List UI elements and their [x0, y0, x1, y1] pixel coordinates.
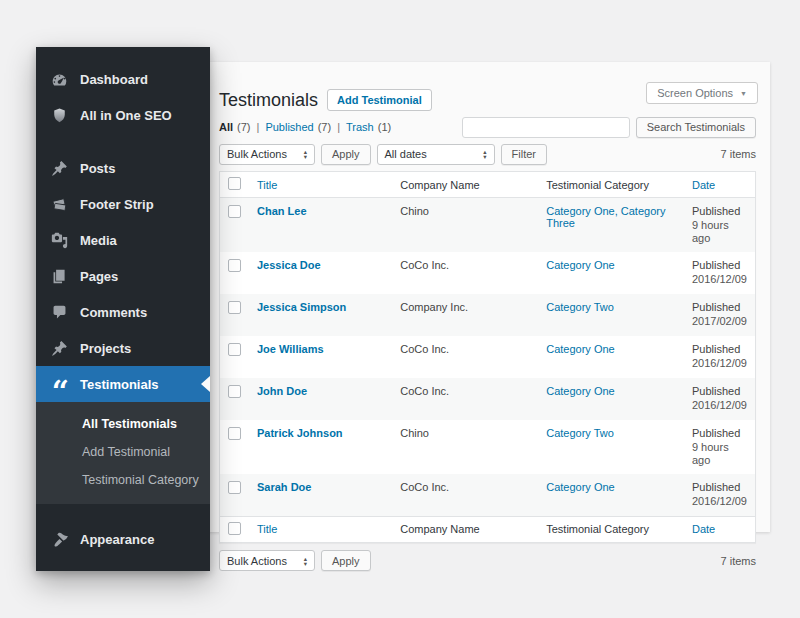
publish-status: Published — [692, 427, 747, 440]
filter-button[interactable]: Filter — [501, 144, 547, 165]
active-menu-arrow-icon — [201, 376, 210, 392]
select-all-checkbox[interactable] — [228, 177, 241, 190]
row-checkbox[interactable] — [228, 481, 241, 494]
table-row: John Doe CoCo Inc. Category One Publishe… — [220, 378, 756, 420]
column-header-date[interactable]: Date — [692, 179, 715, 191]
sidebar-item-label: Testimonials — [80, 377, 159, 392]
pushpin-icon — [50, 159, 69, 178]
testimonial-title-link[interactable]: Chan Lee — [257, 205, 307, 217]
table-row: Jessica Doe CoCo Inc. Category One Publi… — [220, 252, 756, 294]
category-link[interactable]: Category One — [546, 481, 614, 493]
speech-bubble-icon — [50, 303, 69, 322]
sidebar-item-appearance[interactable]: Appearance — [36, 521, 210, 557]
sidebar-item-comments[interactable]: Comments — [36, 294, 210, 330]
sidebar-item-label: Projects — [80, 341, 131, 356]
table-row: Chan Lee Chino Category One, Category Th… — [220, 198, 756, 253]
table-row: Patrick Johnson Chino Category Two Publi… — [220, 420, 756, 474]
sidebar-item-posts[interactable]: Posts — [36, 150, 210, 186]
row-checkbox[interactable] — [228, 343, 241, 356]
column-header-company: Company Name — [400, 179, 479, 191]
company-name: CoCo Inc. — [400, 481, 449, 493]
column-header-date[interactable]: Date — [692, 523, 715, 535]
sidebar-item-footer-strip[interactable]: Footer Strip — [36, 186, 210, 222]
column-header-category: Testimonial Category — [546, 179, 649, 191]
sidebar-item-label: Posts — [80, 161, 115, 176]
sidebar-item-dashboard[interactable]: Dashboard — [36, 61, 210, 97]
sidebar-item-pages[interactable]: Pages — [36, 258, 210, 294]
apply-button[interactable]: Apply — [321, 144, 371, 165]
publish-status: Published — [692, 205, 747, 218]
chevron-down-icon: ▼ — [740, 90, 747, 97]
select-updown-icon: ▴▾ — [304, 149, 307, 159]
select-updown-icon: ▴▾ — [483, 149, 486, 159]
pushpin-icon — [50, 339, 69, 358]
company-name: CoCo Inc. — [400, 259, 449, 271]
search-testimonials-button[interactable]: Search Testimonials — [636, 117, 756, 138]
company-name: CoCo Inc. — [400, 343, 449, 355]
sidebar-item-all-in-one-seo[interactable]: All in One SEO — [36, 97, 210, 133]
column-header-title[interactable]: Title — [257, 523, 277, 535]
view-separator: | — [255, 121, 262, 133]
search-input[interactable] — [462, 117, 630, 138]
dates-filter-select[interactable]: All dates ▴▾ — [377, 144, 495, 165]
table-row: Sarah Doe CoCo Inc. Category One Publish… — [220, 474, 756, 516]
publish-date: 2016/12/09 — [692, 399, 747, 412]
sidebar-item-label: Dashboard — [80, 72, 148, 87]
view-all-count: (7) — [237, 121, 250, 133]
row-checkbox[interactable] — [228, 205, 241, 218]
apply-button[interactable]: Apply — [321, 550, 371, 571]
dashboard-icon — [50, 70, 69, 89]
menu-separator — [36, 504, 210, 521]
column-header-company: Company Name — [400, 523, 479, 535]
sidebar-item-testimonials[interactable]: “ Testimonials — [36, 366, 210, 402]
pages-icon — [50, 267, 69, 286]
view-trash-link[interactable]: Trash — [346, 121, 374, 133]
column-header-title[interactable]: Title — [257, 179, 277, 191]
view-filter-links: All (7) | Published (7) | Trash (1) — [219, 121, 391, 133]
testimonial-title-link[interactable]: Patrick Johnson — [257, 427, 343, 439]
category-link[interactable]: Category One — [546, 385, 614, 397]
category-link[interactable]: Category Two — [546, 301, 614, 313]
publish-status: Published — [692, 385, 747, 398]
row-checkbox[interactable] — [228, 385, 241, 398]
testimonial-title-link[interactable]: Jessica Simpson — [257, 301, 346, 313]
category-link[interactable]: Category One — [546, 259, 614, 271]
content-panel: Screen Options ▼ Testimonials Add Testim… — [205, 62, 770, 532]
category-link[interactable]: Category Two — [546, 427, 614, 439]
row-checkbox[interactable] — [228, 259, 241, 272]
publish-date: 9 hours ago — [692, 441, 747, 467]
row-checkbox[interactable] — [228, 427, 241, 440]
sidebar-item-projects[interactable]: Projects — [36, 330, 210, 366]
sidebar-item-media[interactable]: Media — [36, 222, 210, 258]
category-link[interactable]: Category One, Category Three — [546, 205, 665, 229]
category-link[interactable]: Category One — [546, 343, 614, 355]
shield-icon — [50, 106, 69, 125]
screen-options-button[interactable]: Screen Options ▼ — [646, 82, 758, 104]
testimonial-title-link[interactable]: Sarah Doe — [257, 481, 311, 493]
testimonial-title-link[interactable]: Joe Williams — [257, 343, 324, 355]
submenu-item-all-testimonials[interactable]: All Testimonials — [36, 410, 210, 438]
submenu-item-add-testimonial[interactable]: Add Testimonial — [36, 438, 210, 466]
publish-date: 2016/12/09 — [692, 495, 747, 508]
publish-status: Published — [692, 301, 747, 314]
publish-status: Published — [692, 259, 747, 272]
row-checkbox[interactable] — [228, 301, 241, 314]
select-all-checkbox[interactable] — [228, 522, 241, 535]
page-title: Testimonials — [219, 89, 318, 111]
menu-separator — [36, 133, 210, 150]
publish-date: 9 hours ago — [692, 219, 747, 245]
quote-icon: “ — [50, 375, 69, 394]
add-testimonial-button[interactable]: Add Testimonial — [327, 89, 432, 111]
view-published-link[interactable]: Published — [265, 121, 313, 133]
publish-status: Published — [692, 343, 747, 356]
publish-date: 2016/12/09 — [692, 273, 747, 286]
bulk-actions-select[interactable]: Bulk Actions ▴▾ — [219, 144, 315, 165]
testimonial-title-link[interactable]: Jessica Doe — [257, 259, 321, 271]
view-all-link[interactable]: All — [219, 121, 233, 133]
company-name: Chino — [400, 205, 429, 217]
testimonial-title-link[interactable]: John Doe — [257, 385, 307, 397]
testimonials-submenu: All Testimonials Add Testimonial Testimo… — [36, 402, 210, 504]
table-row: Jessica Simpson Company Inc. Category Tw… — [220, 294, 756, 336]
bulk-actions-select[interactable]: Bulk Actions ▴▾ — [219, 550, 315, 571]
submenu-item-testimonial-category[interactable]: Testimonial Category — [36, 466, 210, 494]
